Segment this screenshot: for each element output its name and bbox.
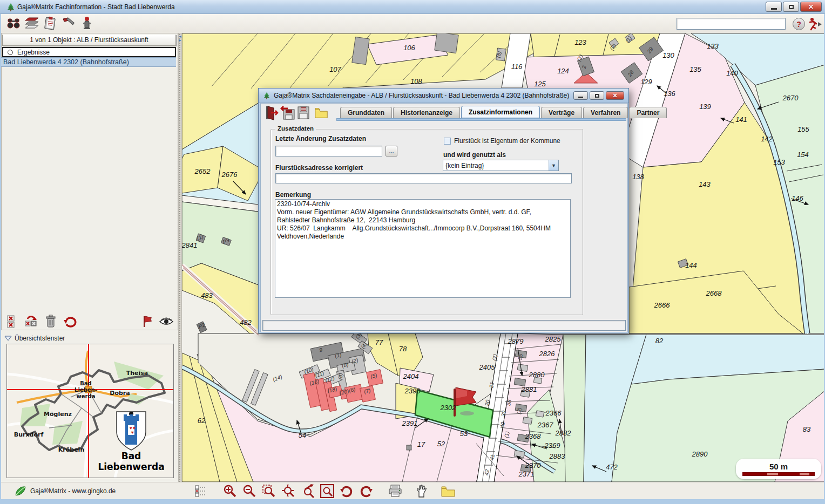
zoom-extent-icon[interactable]	[279, 483, 297, 499]
remark-textarea[interactable]: 2320-10/74-Archiv Vorm. neuer Eigentümer…	[275, 199, 571, 298]
tab-historienanzeige[interactable]: Historienanzeige	[393, 107, 460, 118]
legend-icon[interactable]	[192, 483, 210, 499]
chevron-down-icon[interactable]: ▼	[549, 160, 558, 171]
result-list-item-selected[interactable]: Bad Liebenwerda 4 2302 (Bahnhofstraße)	[1, 57, 176, 67]
results-group-row[interactable]: Ergebnisse	[2, 47, 176, 57]
remove-all-icon[interactable]	[2, 314, 22, 330]
zoom-in-icon[interactable]	[221, 483, 239, 499]
statusbar-text: Gaja®Matrix - www.gingko.de	[30, 487, 116, 495]
svg-text:2668: 2668	[706, 289, 722, 297]
zoom-last-icon[interactable]	[299, 483, 317, 499]
exit-door-icon[interactable]	[264, 105, 279, 120]
tab-zusatzinformationen[interactable]: Zusatzinformationen	[461, 106, 540, 118]
sachdaten-dialog: Gaja®Matrix Sachdateneingabe - ALB / Flu…	[258, 88, 629, 333]
hydrant-icon[interactable]	[78, 15, 96, 31]
svg-text:2405: 2405	[479, 363, 496, 371]
close-icon: ✕	[808, 3, 814, 11]
save-close-icon[interactable]	[280, 105, 295, 120]
svg-text:123: 123	[574, 38, 586, 46]
report-clipboard-icon[interactable]	[41, 15, 59, 31]
svg-text:2366: 2366	[545, 409, 562, 417]
svg-text:472: 472	[606, 463, 618, 471]
results-radio[interactable]	[8, 50, 13, 55]
last-change-label: Letzte Änderung Zusatzdaten	[275, 135, 366, 142]
exit-runner-icon[interactable]	[807, 17, 823, 32]
svg-text:2879: 2879	[508, 337, 524, 345]
tab-partner[interactable]: Partner	[629, 107, 667, 118]
svg-text:♥: ♥	[131, 430, 134, 435]
svg-text:17: 17	[417, 440, 425, 448]
delete-trash-icon[interactable]	[41, 314, 60, 330]
undo-view-icon[interactable]	[337, 483, 356, 499]
eye-visibility-icon[interactable]	[157, 314, 176, 330]
svg-text:(7): (7)	[491, 353, 498, 361]
zoom-out-icon[interactable]	[240, 483, 259, 499]
result-count-header[interactable]: 1 von 1 Objekt : ALB / Flurstücksauskunf…	[2, 35, 176, 46]
svg-text:138: 138	[632, 173, 644, 181]
tab-verfahren[interactable]: Verfahren	[583, 107, 628, 118]
sidebar-splitter[interactable]: ◄►	[178, 33, 182, 482]
address-input[interactable]	[275, 173, 572, 183]
dialog-body: Grunddaten Historienanzeige Zusatzinform…	[260, 103, 628, 332]
map-folder-icon[interactable]	[439, 483, 457, 499]
browse-button[interactable]: ...	[386, 146, 397, 156]
svg-text:2652: 2652	[194, 167, 211, 175]
tools-hammer-icon[interactable]	[59, 15, 78, 31]
svg-text:106: 106	[403, 44, 415, 52]
svg-text:78: 78	[399, 345, 407, 353]
undo-rotate-icon[interactable]	[60, 314, 80, 330]
overview-toggle[interactable]: Übersichtsfenster	[4, 335, 65, 342]
search-binoculars-icon[interactable]	[4, 15, 23, 31]
svg-text:153: 153	[773, 158, 785, 166]
svg-text:2670: 2670	[782, 94, 799, 102]
svg-text:144: 144	[685, 261, 697, 269]
save-icon[interactable]	[296, 105, 311, 120]
dialog-minimize-button[interactable]	[573, 91, 588, 100]
svg-text:2369: 2369	[544, 441, 560, 449]
folder-open-icon[interactable]	[314, 105, 329, 120]
minimize-button[interactable]	[766, 2, 782, 12]
window-title: Gaja®Matrix Fachinformation - Stadt Bad …	[17, 3, 175, 11]
svg-text:53: 53	[460, 430, 468, 438]
svg-text:2391: 2391	[402, 419, 418, 427]
svg-text:139: 139	[699, 103, 711, 111]
zoom-full-icon[interactable]	[318, 483, 336, 499]
tab-underline	[336, 118, 626, 121]
zoom-window-icon[interactable]	[260, 483, 278, 499]
svg-text:2666: 2666	[654, 301, 671, 309]
svg-text:124: 124	[557, 67, 569, 75]
last-change-input[interactable]	[275, 146, 382, 156]
svg-text:2841: 2841	[182, 241, 197, 249]
tab-vertraege[interactable]: Verträge	[541, 107, 582, 118]
dialog-tree-icon	[263, 92, 271, 99]
layers-icon[interactable]	[23, 15, 41, 31]
minimize-glyph	[771, 8, 777, 10]
svg-text:2882: 2882	[555, 429, 572, 437]
tab-grunddaten[interactable]: Grunddaten	[340, 107, 392, 118]
usage-dropdown[interactable]: {kein Eintrag} ▼	[443, 160, 559, 171]
svg-text:2368: 2368	[525, 432, 542, 440]
dialog-maximize-button[interactable]	[590, 91, 604, 100]
svg-text:2883: 2883	[549, 452, 566, 460]
flag-icon[interactable]	[137, 314, 157, 330]
pan-hand-icon[interactable]	[412, 483, 430, 499]
maximize-button[interactable]	[783, 2, 799, 12]
dialog-titlebar[interactable]: Gaja®Matrix Sachdateneingabe - ALB / Flu…	[259, 88, 628, 103]
svg-text:141: 141	[735, 115, 747, 124]
close-button[interactable]: ✕	[800, 2, 822, 12]
dialog-close-button[interactable]: ✕	[606, 91, 624, 100]
svg-text:146: 146	[792, 194, 803, 202]
crest-text-1: Bad	[121, 451, 141, 461]
help-button[interactable]: ?	[793, 18, 805, 30]
svg-text:83: 83	[803, 425, 811, 433]
dialog-maximize-glyph	[595, 94, 599, 98]
kommune-checkbox[interactable]	[444, 138, 451, 145]
svg-text:Kröbeln: Kröbeln	[58, 446, 84, 453]
remove-refresh-icon[interactable]	[22, 314, 41, 330]
redo-view-icon[interactable]	[357, 483, 375, 499]
splitter-collapse-arrows[interactable]: ◄►	[178, 35, 182, 42]
quick-search-input[interactable]	[677, 18, 786, 30]
print-icon[interactable]	[386, 483, 404, 499]
overview-minimap[interactable]: ♥ ♥ ♥ Bad Liebenwerda TheisaDobraBadLieb…	[6, 344, 174, 478]
results-group-label: Ergebnisse	[17, 49, 50, 56]
